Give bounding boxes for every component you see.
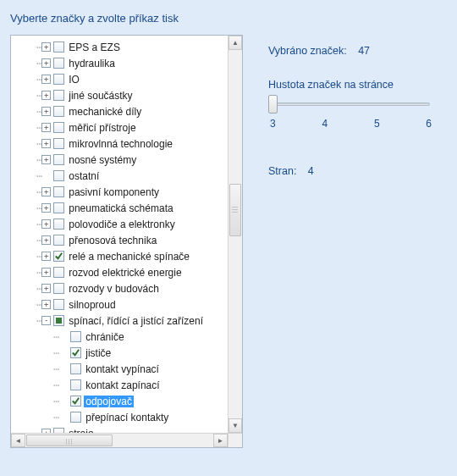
side-panel: Vybráno značek: 47 Hustota značek na str… (268, 35, 433, 448)
vertical-scroll-thumb[interactable] (229, 184, 241, 236)
density-slider-thumb[interactable] (268, 95, 278, 113)
selected-count-line: Vybráno značek: 47 (268, 45, 433, 57)
expander-icon[interactable]: + (41, 203, 51, 213)
expander-icon[interactable]: + (41, 252, 51, 261)
vertical-scrollbar[interactable]: ▲ ▼ (228, 36, 242, 433)
scroll-right-button[interactable]: ► (213, 434, 228, 447)
expander-icon[interactable]: - (41, 316, 51, 325)
tree-node-label[interactable]: hydraulika (67, 58, 117, 69)
checkbox[interactable] (53, 219, 64, 230)
checkbox[interactable] (53, 138, 64, 149)
tree-node-label[interactable]: EPS a EZS (67, 42, 122, 53)
tree-node-label[interactable]: mikrovlnná technologie (67, 138, 174, 150)
tree-node-label[interactable]: jiné součástky (67, 90, 134, 102)
checkbox[interactable] (70, 396, 81, 407)
tree-row: ⋯+nosné systémy (13, 152, 242, 168)
expander-icon[interactable]: + (41, 155, 51, 164)
checkbox[interactable] (53, 106, 64, 117)
checkbox[interactable] (53, 315, 64, 326)
tree-node-label[interactable]: nosné systémy (67, 154, 138, 166)
tree-node-label[interactable]: kontakt zapínací (84, 379, 161, 391)
tree-node-label[interactable]: relé a mechanické spínače (67, 251, 191, 263)
tree-row: ⋯přepínací kontakty (13, 409, 242, 425)
tree-node-label[interactable]: IO (67, 74, 81, 86)
tree-node-label[interactable]: měřicí přístroje (67, 122, 137, 134)
scroll-up-button[interactable]: ▲ (228, 36, 242, 50)
checkbox[interactable] (53, 267, 64, 278)
checkbox[interactable] (53, 170, 64, 181)
expander-icon[interactable]: + (41, 300, 51, 309)
expander-icon[interactable]: + (41, 284, 51, 293)
expander-icon[interactable]: + (41, 268, 51, 277)
tree-node-label[interactable]: mechanické díly (67, 106, 143, 118)
tree-guide: ⋯ (53, 412, 58, 423)
density-slider[interactable]: 3456 (268, 102, 433, 130)
horizontal-scrollbar[interactable]: ◄ ► (11, 433, 228, 447)
tree-node-label[interactable]: rozvody v budovách (67, 283, 161, 295)
tree-node-label[interactable]: jističe (84, 347, 113, 359)
tree-node-label[interactable]: kontakt vypínací (84, 363, 161, 375)
expander-icon[interactable]: + (41, 107, 51, 116)
tree-row: ⋯chrániče (13, 329, 242, 345)
selected-count-value: 47 (358, 45, 370, 57)
tree-row: ⋯kontakt vypínací (13, 361, 242, 377)
checkbox[interactable] (53, 202, 64, 213)
expander-icon[interactable]: + (41, 42, 51, 52)
checkbox[interactable] (53, 58, 64, 69)
vertical-scroll-track[interactable] (228, 50, 242, 418)
checkbox[interactable] (70, 379, 81, 390)
scroll-down-button[interactable]: ▼ (228, 418, 242, 433)
checkbox[interactable] (70, 347, 81, 358)
tree-guide: ⋯ (36, 170, 41, 182)
expander-icon[interactable]: + (41, 235, 51, 245)
horizontal-scroll-thumb[interactable] (26, 434, 113, 446)
checkbox[interactable] (53, 251, 64, 262)
checkbox[interactable] (70, 412, 81, 423)
checkbox[interactable] (53, 42, 64, 53)
checkbox[interactable] (53, 283, 64, 294)
checkbox[interactable] (53, 122, 64, 133)
slider-tick-label: 5 (374, 118, 380, 130)
tree-node-label[interactable]: pasivní komponenty (67, 186, 161, 198)
density-slider-track[interactable] (272, 102, 430, 106)
tree-row: ⋯+EPS a EZS (13, 39, 242, 55)
expander-icon[interactable]: + (41, 219, 51, 229)
tree-node-label[interactable]: přenosová technika (67, 235, 158, 246)
tree-row: ⋯+měřicí přístroje (13, 119, 242, 136)
checkbox[interactable] (53, 299, 64, 310)
tree-node-label[interactable]: odpojovač (84, 396, 134, 407)
tree-node-label[interactable]: ostatní (67, 170, 101, 182)
pages-line: Stran: 4 (268, 165, 433, 177)
expander-icon[interactable]: + (41, 139, 51, 148)
tree-guide: ⋯ (53, 331, 58, 343)
tree-node-label[interactable]: rozvod elektrické energie (67, 267, 183, 279)
expander-icon[interactable]: + (41, 187, 51, 196)
checkbox[interactable] (53, 235, 64, 246)
page-title: Vyberte značky a zvolte příkaz tisk (0, 0, 457, 35)
expander-icon[interactable]: + (41, 123, 51, 132)
tree-node-label[interactable]: polovodiče a elektronky (67, 219, 176, 230)
tree-row: ⋯+rozvod elektrické energie (13, 264, 242, 280)
tree-node-label[interactable]: přepínací kontakty (84, 412, 170, 423)
pages-value: 4 (308, 165, 314, 177)
scroll-left-button[interactable]: ◄ (11, 434, 25, 447)
checkbox[interactable] (53, 154, 64, 165)
checkbox[interactable] (53, 90, 64, 101)
tree-row: ⋯+hydraulika (13, 55, 242, 71)
checkbox[interactable] (70, 363, 81, 374)
expander-icon[interactable]: + (41, 91, 51, 100)
expander-icon[interactable]: + (41, 75, 51, 84)
expander-icon[interactable]: + (41, 58, 51, 68)
tree-node-label[interactable]: chrániče (84, 331, 125, 343)
checkbox[interactable] (53, 186, 64, 197)
density-label: Hustota značek na stránce (268, 79, 433, 91)
checkbox[interactable] (53, 74, 64, 85)
tree-node-label[interactable]: spínací, řídící a jistící zařízení (67, 315, 205, 327)
tree-row: ⋯odpojovač (13, 393, 242, 409)
main-layout: ⋯+EPS a EZS⋯+hydraulika⋯+IO⋯+jiné součás… (0, 35, 457, 448)
checkbox[interactable] (70, 331, 81, 342)
tree-node-label[interactable]: pneumatická schémata (67, 202, 174, 214)
tree-node-label[interactable]: silnoproud (67, 299, 117, 311)
selected-count-label: Vybráno značek: (268, 45, 347, 57)
tree-guide: ⋯ (53, 396, 58, 407)
